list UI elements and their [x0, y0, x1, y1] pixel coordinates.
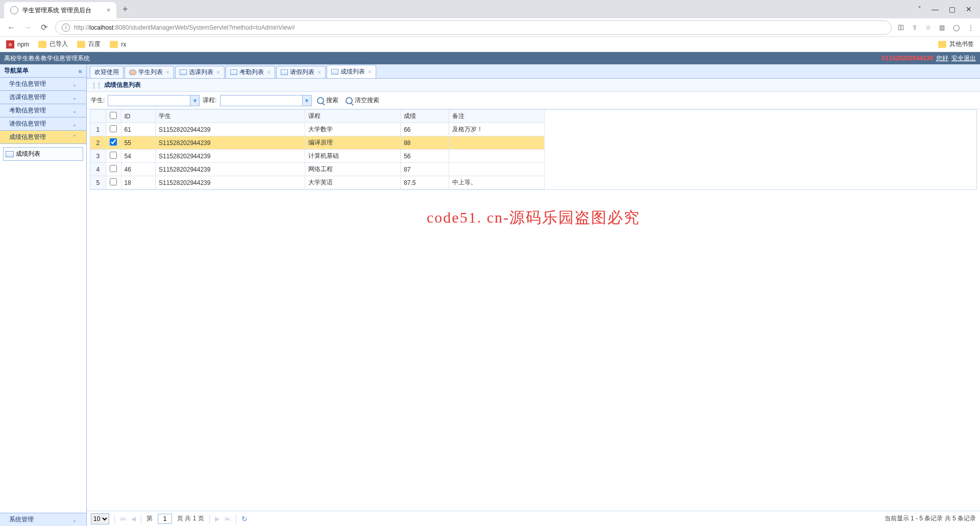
search-icon [317, 97, 324, 104]
select-all-checkbox[interactable] [110, 112, 117, 119]
close-tab-icon[interactable]: × [166, 69, 169, 76]
tree-node-scores[interactable]: 成绩列表 [3, 147, 83, 161]
browser-tab[interactable]: 学生管理系统 管理员后台 × [4, 2, 116, 18]
course-combo[interactable]: ▾ [220, 95, 312, 106]
share-icon[interactable]: ⇪ [912, 24, 917, 31]
chevron-icon: ⌄ [72, 81, 77, 88]
chevron-down-icon[interactable]: ▾ [190, 95, 199, 106]
bookmark-other[interactable]: 其他书签 [938, 40, 974, 49]
sidebar-item-3[interactable]: 请假信息管理⌄ [0, 117, 86, 131]
forward-icon[interactable]: → [22, 23, 33, 32]
bookmark-bar: nnpm 已导入 百度 rx 其他书签 [0, 37, 980, 52]
sidebar-item-0[interactable]: 学生信息管理⌄ [0, 78, 86, 91]
bookmark-baidu[interactable]: 百度 [77, 40, 101, 49]
address-actions: ⚿ ⇪ ☆ ▥ ◯ ⋮ [898, 24, 974, 31]
page-size-select[interactable]: 10 [91, 513, 109, 524]
favicon-icon [10, 6, 18, 14]
browser-tab-bar: 学生管理系统 管理员后台 × + ˅ — ▢ ✕ [0, 0, 980, 18]
pager: 10 ⏮ ◀ 第 页 共 1 页 ▶ ⏭ ↻ 当前显示 1 - 5 条记录 共 … [87, 511, 980, 526]
clear-search-button[interactable]: 清空搜索 [344, 95, 381, 106]
sidebar-item-4[interactable]: 成绩信息管理⌃ [0, 131, 86, 144]
course-input[interactable] [220, 95, 302, 106]
column-header[interactable]: 课程 [305, 110, 401, 123]
student-combo[interactable]: ▾ [108, 95, 200, 106]
first-page-icon[interactable]: ⏮ [120, 515, 126, 522]
greeting-link[interactable]: 您好 [936, 54, 948, 63]
row-checkbox[interactable] [110, 138, 117, 146]
main: 欢迎使用学生列表×选课列表×考勤列表×请假列表×成绩列表× ⋮⋮ 成绩信息列表 … [87, 64, 980, 526]
tab-5[interactable]: 成绩列表× [327, 65, 376, 78]
row-checkbox[interactable] [110, 125, 117, 132]
book-icon [180, 69, 187, 75]
chevron-icon: ⌃ [72, 134, 77, 141]
user-id: S11528202944239 [881, 55, 933, 62]
person-icon [129, 69, 136, 75]
book-icon [281, 69, 288, 75]
close-tab-icon[interactable]: × [216, 69, 220, 76]
maximize-icon[interactable]: ▢ [949, 5, 955, 13]
search-button[interactable]: 搜索 [315, 95, 340, 106]
sidebar-body: 成绩列表 [0, 144, 86, 513]
tab-3[interactable]: 考勤列表× [226, 66, 275, 78]
close-tab-icon[interactable]: × [317, 69, 321, 76]
extensions-icon[interactable]: ▥ [939, 24, 945, 31]
page-input[interactable] [158, 514, 172, 524]
tab-2[interactable]: 选课列表× [175, 66, 225, 78]
row-checkbox[interactable] [110, 152, 117, 159]
close-tab-icon[interactable]: × [107, 7, 110, 14]
sidebar-footer[interactable]: 系统管理 ⌄ [0, 513, 86, 526]
chevron-icon: ⌄ [72, 94, 77, 101]
sidebar-item-1[interactable]: 选课信息管理⌄ [0, 91, 86, 104]
reload-icon[interactable]: ⟳ [39, 22, 49, 32]
new-tab-button[interactable]: + [116, 4, 134, 15]
collapse-icon[interactable]: « [78, 67, 82, 75]
column-header[interactable]: 备注 [449, 110, 544, 123]
table-row[interactable]: 161S11528202944239大学数学66及格万岁！ [90, 123, 545, 136]
close-window-icon[interactable]: ✕ [966, 5, 972, 13]
key-icon[interactable]: ⚿ [898, 24, 904, 31]
table-row[interactable]: 518S11528202944239大学英语87.5中上等。 [90, 176, 545, 189]
close-tab-icon[interactable]: × [368, 68, 372, 76]
folder-icon [77, 41, 85, 48]
row-checkbox[interactable] [110, 165, 117, 172]
profile-icon[interactable]: ◯ [953, 24, 960, 31]
tab-strip: 欢迎使用学生列表×选课列表×考勤列表×请假列表×成绩列表× [87, 64, 980, 79]
chevron-down-icon[interactable]: ˅ [918, 5, 921, 13]
student-input[interactable] [108, 95, 190, 106]
tab-4[interactable]: 请假列表× [276, 66, 326, 78]
column-header[interactable]: 学生 [156, 110, 305, 123]
minimize-icon[interactable]: — [932, 5, 939, 13]
next-page-icon[interactable]: ▶ [215, 515, 219, 522]
star-icon[interactable]: ☆ [925, 24, 931, 31]
close-tab-icon[interactable]: × [267, 69, 271, 76]
back-icon[interactable]: ← [6, 23, 16, 32]
data-grid: ID学生课程成绩备注 161S11528202944239大学数学66及格万岁！… [90, 109, 977, 190]
reload-grid-icon[interactable]: ↻ [241, 515, 248, 523]
bookmark-rx[interactable]: rx [110, 41, 126, 48]
column-header[interactable]: 成绩 [401, 110, 449, 123]
chevron-down-icon[interactable]: ▾ [302, 95, 311, 106]
tab-1[interactable]: 学生列表× [125, 66, 174, 78]
app-header: 高校学生教务教学信息管理系统 S11528202944239 您好 安全退出 [0, 52, 980, 64]
table-row[interactable]: 255S11528202944239编译原理88 [90, 136, 545, 150]
prev-page-icon[interactable]: ◀ [131, 515, 136, 522]
bookmark-imported[interactable]: 已导入 [38, 40, 68, 49]
url-input[interactable]: i http://localhost:8080/studentManagerWe… [55, 20, 892, 35]
course-label: 课程: [203, 96, 216, 105]
logout-link[interactable]: 安全退出 [951, 54, 976, 63]
menu-icon[interactable]: ⋮ [968, 24, 974, 31]
app-title: 高校学生教务教学信息管理系统 [4, 54, 90, 63]
tab-0[interactable]: 欢迎使用 [90, 66, 124, 78]
last-page-icon[interactable]: ⏭ [225, 515, 231, 522]
column-header[interactable]: ID [121, 110, 156, 123]
bookmark-npm[interactable]: nnpm [6, 40, 29, 49]
sidebar-item-2[interactable]: 考勤信息管理⌄ [0, 104, 86, 117]
site-info-icon[interactable]: i [62, 23, 70, 32]
address-bar: ← → ⟳ i http://localhost:8080/studentMan… [0, 18, 980, 37]
folder-icon [938, 41, 946, 48]
table-row[interactable]: 354S11528202944239计算机基础56 [90, 150, 545, 163]
book-icon [230, 69, 237, 75]
browser-chrome: 学生管理系统 管理员后台 × + ˅ — ▢ ✕ ← → ⟳ i http://… [0, 0, 980, 52]
table-row[interactable]: 446S11528202944239网络工程87 [90, 163, 545, 176]
row-checkbox[interactable] [110, 178, 117, 185]
